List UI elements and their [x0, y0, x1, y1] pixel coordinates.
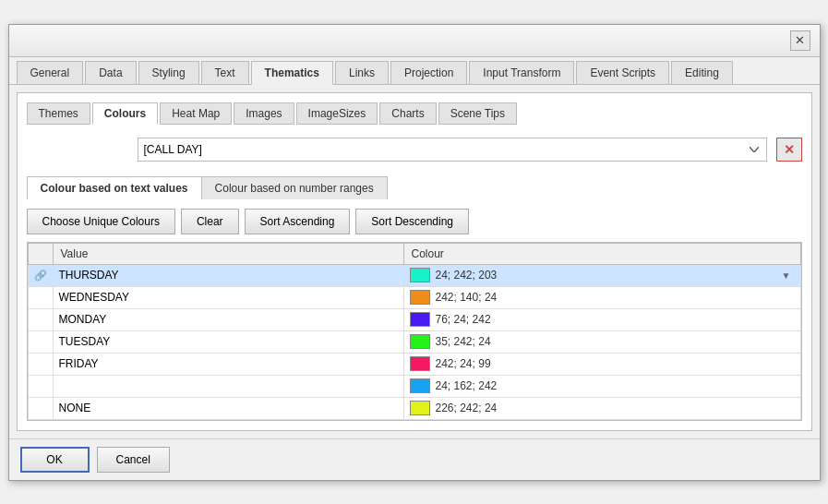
tab-inner-themes[interactable]: Themes [27, 102, 90, 125]
bottom-buttons: OKCancel [9, 438, 820, 480]
row-colour-cell[interactable]: 242; 140; 24 [403, 286, 800, 308]
tab-inner-charts[interactable]: Charts [379, 102, 436, 125]
table-row[interactable]: 24; 162; 242 [28, 375, 800, 397]
col-header-colour: Colour [403, 243, 800, 264]
row-colour-cell[interactable]: 76; 24; 242 [403, 308, 800, 330]
colour-value: 24; 242; 203 [436, 269, 498, 282]
colour-value: 242; 140; 24 [436, 291, 498, 304]
colour-column-select[interactable]: [CALL DAY] [138, 138, 767, 162]
close-button[interactable]: ✕ [790, 30, 810, 51]
title-bar: ✕ [9, 25, 820, 57]
colour-swatch [410, 334, 430, 349]
row-colour-cell[interactable]: 226; 242; 24 [403, 397, 800, 419]
content-area: ThemesColoursHeat MapImagesImageSizesCha… [9, 85, 820, 438]
tab-top-event-scripts[interactable]: Event Scripts [576, 61, 669, 84]
colour-swatch [410, 356, 430, 371]
colour-value: 35; 242; 24 [436, 335, 491, 348]
inner-panel: ThemesColoursHeat MapImagesImageSizesCha… [17, 92, 812, 431]
tab-inner-imagesizes[interactable]: ImageSizes [296, 102, 378, 125]
tab-inner-colours[interactable]: Colours [92, 102, 158, 125]
clear-button[interactable]: Clear [181, 209, 239, 234]
colour-swatch [410, 268, 430, 282]
row-value-cell: TUESDAY [53, 330, 403, 353]
row-value-cell: FRIDAY [53, 353, 403, 375]
colour-column-row: [CALL DAY] ✕ [27, 138, 802, 162]
table-row[interactable]: NONE226; 242; 24 [28, 397, 800, 419]
row-value-cell: MONDAY [53, 308, 403, 330]
colour-table: Value Colour 🔗THURSDAY24; 242; 203▼WEDNE… [28, 243, 801, 420]
sort-descending-button[interactable]: Sort Descending [355, 209, 469, 234]
tab-top-text[interactable]: Text [201, 61, 249, 84]
ok-button[interactable]: OK [20, 447, 90, 473]
row-colour-cell[interactable]: 242; 24; 99 [403, 353, 800, 375]
link-icon: 🔗 [34, 270, 47, 281]
table-row[interactable]: MONDAY76; 24; 242 [28, 308, 800, 330]
colour-value: 226; 242; 24 [436, 402, 498, 414]
colour-value: 76; 24; 242 [436, 313, 491, 326]
table-row[interactable]: 🔗THURSDAY24; 242; 203▼ [28, 264, 800, 286]
row-value-cell [53, 375, 403, 397]
colour-swatch [410, 312, 430, 327]
row-colour-cell[interactable]: 35; 242; 24 [403, 330, 800, 353]
choose-unique-colours-button[interactable]: Choose Unique Colours [27, 209, 175, 234]
inner-tab-bar: ThemesColoursHeat MapImagesImageSizesCha… [27, 102, 802, 125]
sort-ascending-button[interactable]: Sort Ascending [245, 209, 351, 234]
row-icon-cell [28, 375, 53, 397]
row-icon-cell [28, 397, 53, 419]
tab-top-thematics[interactable]: Thematics [251, 61, 333, 85]
col-header-value: Value [53, 243, 403, 264]
layer-properties-dialog: ✕ GeneralDataStylingTextThematicsLinksPr… [8, 24, 821, 481]
tab-inner-images[interactable]: Images [234, 102, 294, 125]
table-row[interactable]: WEDNESDAY242; 140; 24 [28, 286, 800, 308]
tab-inner-heat-map[interactable]: Heat Map [160, 102, 232, 125]
row-colour-cell[interactable]: 24; 162; 242 [403, 375, 800, 397]
table-row[interactable]: TUESDAY35; 242; 24 [28, 330, 800, 353]
tab-top-projection[interactable]: Projection [390, 61, 467, 84]
table-row[interactable]: FRIDAY242; 24; 99 [28, 353, 800, 375]
colour-value: 24; 162; 242 [436, 379, 498, 392]
tab-top-styling[interactable]: Styling [138, 61, 199, 84]
subtab-colour-based-on-text-values[interactable]: Colour based on text values [28, 177, 202, 199]
top-tab-bar: GeneralDataStylingTextThematicsLinksProj… [9, 57, 820, 85]
subtab-colour-based-on-number-ranges[interactable]: Colour based on number ranges [202, 177, 387, 199]
tab-top-general[interactable]: General [17, 61, 84, 84]
colour-swatch [410, 290, 430, 305]
tab-top-input-transform[interactable]: Input Transform [469, 61, 574, 84]
colour-swatch [410, 401, 430, 415]
row-value-cell: THURSDAY [53, 264, 403, 286]
subtab-bar: Colour based on text valuesColour based … [27, 176, 388, 199]
row-icon-cell [28, 353, 53, 375]
row-icon-cell [28, 330, 53, 353]
action-buttons: Choose Unique ColoursClearSort Ascending… [27, 209, 802, 234]
row-icon-cell [28, 308, 53, 330]
row-colour-cell[interactable]: 24; 242; 203▼ [403, 264, 800, 286]
row-icon-cell: 🔗 [28, 264, 53, 286]
cancel-button[interactable]: Cancel [97, 447, 170, 473]
col-header-icon [28, 243, 53, 264]
colour-value: 242; 24; 99 [436, 357, 491, 370]
colour-clear-button[interactable]: ✕ [776, 138, 802, 162]
table-wrapper[interactable]: Value Colour 🔗THURSDAY24; 242; 203▼WEDNE… [27, 242, 802, 421]
tab-top-links[interactable]: Links [335, 61, 389, 84]
row-icon-cell [28, 286, 53, 308]
tab-top-data[interactable]: Data [85, 61, 136, 84]
colour-swatch [410, 378, 430, 393]
row-value-cell: WEDNESDAY [53, 286, 403, 308]
tab-inner-scene-tips[interactable]: Scene Tips [438, 102, 517, 125]
row-value-cell: NONE [53, 397, 403, 419]
colour-dropdown-arrow[interactable]: ▼ [778, 270, 795, 281]
tab-top-editing[interactable]: Editing [671, 61, 733, 84]
